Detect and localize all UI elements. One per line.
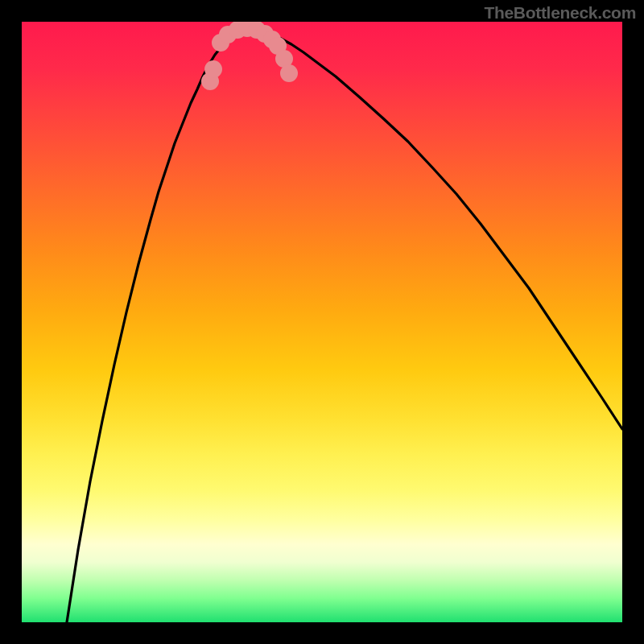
chart-lines bbox=[67, 27, 622, 622]
plot-area bbox=[22, 22, 622, 622]
marker-dot bbox=[280, 64, 298, 82]
right-curve bbox=[255, 27, 622, 429]
chart-markers bbox=[201, 22, 298, 90]
watermark-text: TheBottleneck.com bbox=[484, 3, 636, 23]
chart-svg bbox=[22, 22, 622, 622]
chart-container: TheBottleneck.com bbox=[0, 0, 644, 644]
left-curve bbox=[67, 27, 251, 622]
marker-dot bbox=[204, 60, 222, 78]
